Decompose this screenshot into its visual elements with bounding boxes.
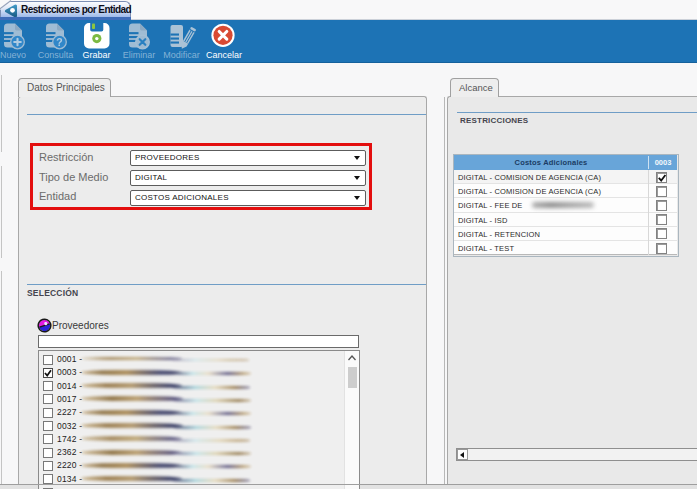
svg-text:Cancelar: Cancelar	[206, 50, 242, 60]
svg-text:Consulta: Consulta	[38, 50, 74, 60]
svg-text:Nuevo: Nuevo	[0, 50, 26, 60]
svg-text:Eliminar: Eliminar	[123, 50, 156, 60]
svg-text:Modificar: Modificar	[163, 50, 200, 60]
svg-text:Grabar: Grabar	[82, 50, 110, 60]
svg-text:?: ?	[56, 36, 62, 48]
